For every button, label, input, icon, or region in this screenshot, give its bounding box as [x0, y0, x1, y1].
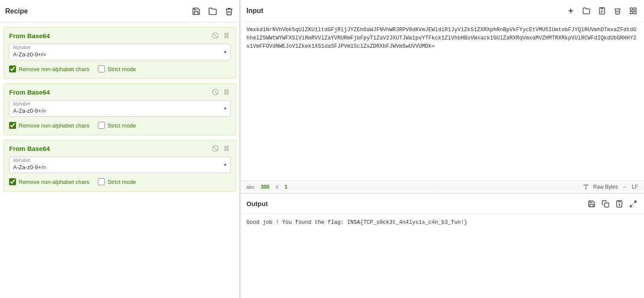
op1-remove-nonalpha-checkbox[interactable]: [9, 65, 16, 72]
op2-header-icons: [211, 88, 230, 96]
op2-remove-nonalpha-label: Remove non-alphabet chars: [19, 122, 89, 129]
input-header: Input: [240, 0, 644, 22]
svg-rect-2: [225, 33, 226, 38]
lf-label: LF: [632, 184, 638, 190]
op1-title: From Base64: [9, 32, 50, 39]
output-save-button[interactable]: [587, 199, 596, 209]
svg-rect-3: [227, 33, 228, 38]
op3-pause-button[interactable]: [223, 144, 230, 152]
statusbar-left: abc 300 ≡ 1: [246, 184, 288, 190]
input-textarea[interactable]: Vmxkd1NrNVhVbk5qUlZKU1ltdGFjRljJYZEhOaWJ…: [240, 22, 644, 180]
op1-remove-nonalpha-label: Remove non-alphabet chars: [19, 66, 89, 72]
svg-rect-21: [605, 203, 609, 207]
input-open-button[interactable]: [582, 6, 591, 16]
output-header: Output: [240, 194, 644, 214]
op3-header-icons: [211, 144, 230, 152]
open-folder-button[interactable]: [207, 6, 218, 16]
right-panel: Input: [240, 0, 644, 298]
op1-header: From Base64: [9, 32, 230, 39]
op3-strict-mode-group: Strict mode: [98, 178, 136, 185]
output-copy-button[interactable]: [601, 199, 610, 209]
op1-strict-mode-group: Strict mode: [98, 65, 136, 72]
svg-line-1: [213, 33, 217, 37]
svg-rect-17: [630, 8, 632, 10]
op1-alphabet-arrow-icon: ▾: [224, 49, 227, 55]
output-title: Output: [246, 200, 268, 207]
op1-checkboxes: Remove non-alphabet chars Strict mode: [9, 65, 230, 72]
svg-rect-11: [227, 146, 228, 151]
svg-line-24: [630, 204, 632, 206]
input-title: Input: [246, 7, 263, 15]
op2-remove-nonalpha-checkbox[interactable]: [9, 122, 16, 129]
op1-pause-button[interactable]: [223, 32, 230, 39]
op3-alphabet-label: Alphabet: [13, 158, 30, 163]
text-format-icon: [583, 184, 589, 190]
input-section: Input: [240, 0, 644, 194]
arrow-icon: ←: [622, 184, 628, 190]
svg-line-23: [634, 201, 636, 203]
op2-checkboxes: Remove non-alphabet chars Strict mode: [9, 122, 230, 129]
op3-strict-mode-label: Strict mode: [107, 179, 136, 185]
op1-alphabet-label: Alphabet: [13, 45, 30, 50]
output-paste-to-input-button[interactable]: [615, 199, 624, 209]
left-panel: Recipe: [0, 0, 240, 298]
op3-remove-nonalpha-checkbox[interactable]: [9, 178, 16, 185]
recipe-header-icons: [191, 6, 234, 16]
op2-title: From Base64: [9, 88, 50, 96]
operation-block-2: From Base64: [3, 83, 236, 135]
svg-line-9: [213, 146, 217, 150]
op2-pause-button[interactable]: [223, 88, 230, 96]
op2-disable-button[interactable]: [211, 88, 219, 96]
op3-checkboxes: Remove non-alphabet chars Strict mode: [9, 178, 230, 185]
recipe-header: Recipe: [0, 0, 239, 23]
svg-rect-22: [618, 200, 621, 202]
op2-alphabet-arrow-icon: ▾: [224, 105, 227, 111]
svg-rect-6: [225, 90, 226, 95]
status-abc-label: abc: [246, 184, 255, 190]
op3-remove-nonalpha-group: Remove non-alphabet chars: [9, 178, 89, 185]
svg-rect-18: [634, 8, 636, 10]
op3-strict-mode-checkbox[interactable]: [98, 178, 105, 185]
output-text: Good job ! You found the flag: INSA{TCP_…: [246, 219, 467, 226]
recipe-title: Recipe: [5, 7, 191, 15]
op2-strict-mode-label: Strict mode: [107, 122, 136, 129]
svg-rect-20: [634, 11, 636, 13]
op1-disable-button[interactable]: [211, 32, 219, 39]
op3-alphabet-field[interactable]: Alphabet A-Za-z0-9+/= ▾: [9, 157, 230, 173]
recipe-content: From Base64: [0, 23, 239, 298]
op1-header-icons: [211, 32, 230, 39]
op3-title: From Base64: [9, 145, 50, 152]
op1-remove-nonalpha-group: Remove non-alphabet chars: [9, 65, 89, 72]
svg-rect-19: [630, 11, 632, 13]
save-recipe-button[interactable]: [191, 6, 201, 16]
input-clear-button[interactable]: [613, 6, 622, 16]
op1-alphabet-field[interactable]: Alphabet A-Za-z0-9+/= ▾: [9, 44, 230, 60]
svg-rect-14: [601, 7, 603, 9]
op3-remove-nonalpha-label: Remove non-alphabet chars: [19, 179, 89, 185]
svg-line-5: [213, 90, 217, 94]
input-header-icons: [566, 6, 638, 16]
op2-header: From Base64: [9, 88, 230, 96]
statusbar-right: Raw Bytes ← LF: [583, 184, 638, 190]
status-lines-icon: ≡: [275, 184, 278, 190]
op3-alphabet-arrow-icon: ▾: [224, 162, 227, 168]
input-add-button[interactable]: [566, 6, 576, 16]
op3-header: From Base64: [9, 144, 230, 152]
op1-strict-mode-checkbox[interactable]: [98, 65, 105, 72]
svg-rect-7: [227, 90, 228, 95]
input-paste-button[interactable]: [597, 6, 607, 16]
op2-strict-mode-checkbox[interactable]: [98, 122, 105, 129]
op3-disable-button[interactable]: [211, 144, 219, 152]
drag-handle[interactable]: ⋯: [433, 185, 438, 190]
status-lines-count: 1: [285, 184, 288, 190]
input-layout-button[interactable]: [628, 6, 638, 16]
op2-remove-nonalpha-group: Remove non-alphabet chars: [9, 122, 89, 129]
op2-strict-mode-group: Strict mode: [98, 122, 136, 129]
status-char-count: 300: [261, 184, 269, 190]
svg-rect-10: [225, 146, 226, 151]
output-icons: [587, 199, 638, 209]
op2-alphabet-field[interactable]: Alphabet A-Za-z0-9+/= ▾: [9, 100, 230, 117]
output-fullscreen-button[interactable]: [628, 199, 638, 209]
raw-bytes-label: Raw Bytes: [593, 184, 618, 190]
delete-recipe-button[interactable]: [224, 6, 234, 16]
